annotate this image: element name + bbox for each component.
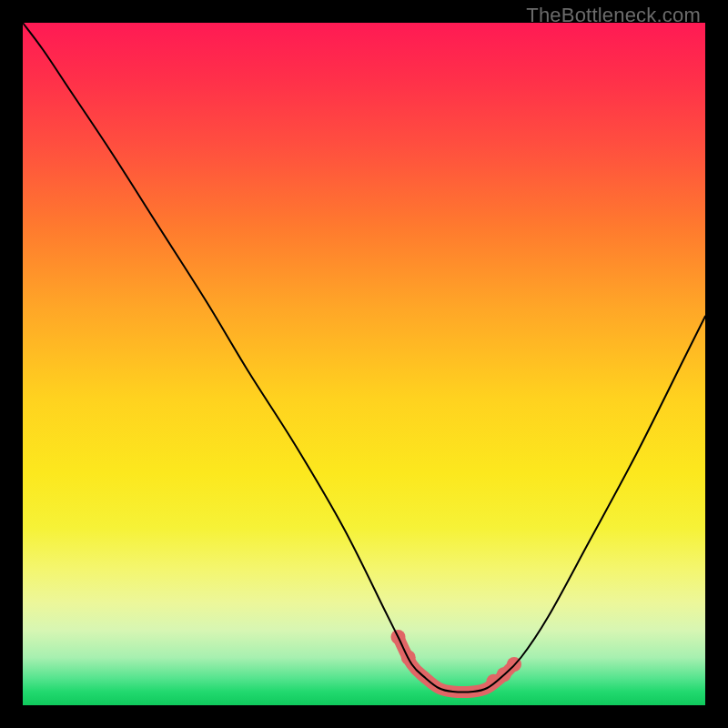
chart-frame: TheBottleneck.com (0, 0, 728, 728)
main-curve (23, 23, 705, 693)
chart-svg (23, 23, 705, 705)
plot-area (23, 23, 705, 705)
highlight-dots (391, 630, 522, 689)
